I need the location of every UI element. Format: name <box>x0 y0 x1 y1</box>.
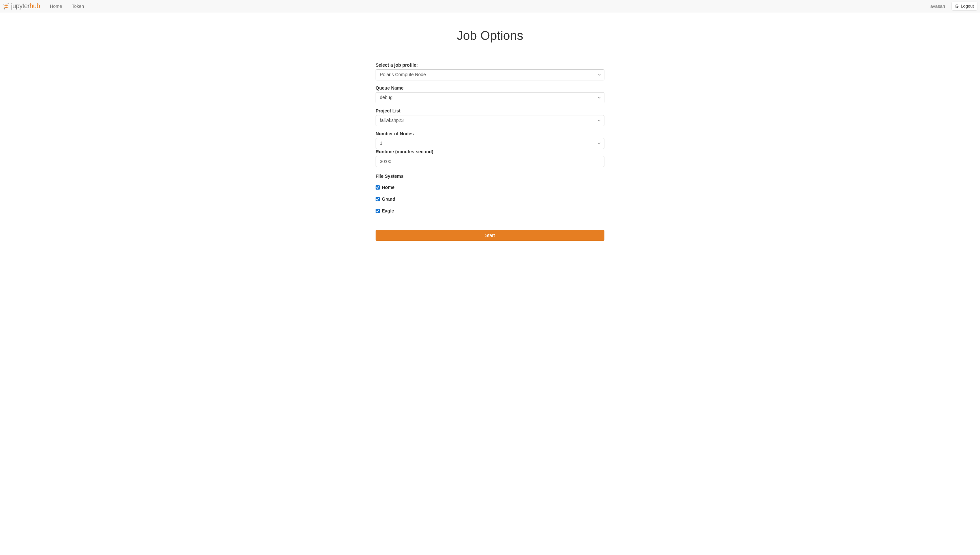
nodes-group: Number of Nodes 1 <box>375 131 605 149</box>
queue-select[interactable]: debug <box>375 92 605 103</box>
main-container: Job Options Select a job profile: Polari… <box>371 13 609 247</box>
filesystem-eagle-group: Eagle <box>375 208 605 213</box>
jupyter-logo-icon <box>3 3 10 10</box>
logo-jupyter-text: jupyter <box>11 2 30 10</box>
nodes-label: Number of Nodes <box>375 131 605 136</box>
filesystem-eagle-label[interactable]: Eagle <box>382 208 394 213</box>
filesystem-grand-group: Grand <box>375 196 605 202</box>
filesystem-home-group: Home <box>375 184 605 190</box>
navbar-left: jupyterhub Home Token <box>3 0 89 12</box>
logo-hub-text: hub <box>30 2 40 10</box>
page-title: Job Options <box>375 29 605 43</box>
filesystem-grand-label[interactable]: Grand <box>382 196 395 202</box>
filesystem-home-label[interactable]: Home <box>382 184 395 190</box>
logo-text: jupyterhub <box>11 2 40 10</box>
project-label: Project List <box>375 108 605 114</box>
project-select[interactable]: fallwkshp23 <box>375 115 605 126</box>
username: avasan <box>928 3 948 9</box>
runtime-group: Runtime (minutes:second) <box>375 149 605 167</box>
navbar-right: avasan Logout <box>928 2 977 10</box>
checkbox-item: Grand <box>375 196 605 202</box>
runtime-label: Runtime (minutes:second) <box>375 149 605 154</box>
profile-group: Select a job profile: Polaris Compute No… <box>375 63 605 80</box>
logout-label: Logout <box>961 3 974 8</box>
filesystem-eagle-checkbox[interactable] <box>375 209 380 213</box>
svg-point-0 <box>8 3 9 4</box>
nav-home[interactable]: Home <box>45 0 67 12</box>
logout-icon <box>955 4 959 8</box>
checkbox-item: Eagle <box>375 208 605 213</box>
job-options-form: Select a job profile: Polaris Compute No… <box>375 63 605 241</box>
logout-button[interactable]: Logout <box>951 2 977 10</box>
runtime-input[interactable] <box>375 156 605 167</box>
start-button[interactable]: Start <box>375 230 605 241</box>
queue-group: Queue Name debug <box>375 85 605 103</box>
logo[interactable]: jupyterhub <box>3 1 40 11</box>
filesystems-label: File Systems <box>375 173 605 179</box>
nodes-select[interactable]: 1 <box>375 138 605 149</box>
nav-token[interactable]: Token <box>67 0 89 12</box>
checkbox-item: Home <box>375 184 605 190</box>
filesystem-grand-checkbox[interactable] <box>375 197 380 201</box>
profile-select[interactable]: Polaris Compute Node <box>375 69 605 80</box>
filesystem-home-checkbox[interactable] <box>375 185 380 189</box>
project-group: Project List fallwkshp23 <box>375 108 605 126</box>
navbar: jupyterhub Home Token avasan Logout <box>0 0 980 13</box>
svg-point-1 <box>3 8 5 10</box>
svg-point-2 <box>3 4 4 5</box>
profile-label: Select a job profile: <box>375 63 605 67</box>
queue-label: Queue Name <box>375 85 605 91</box>
